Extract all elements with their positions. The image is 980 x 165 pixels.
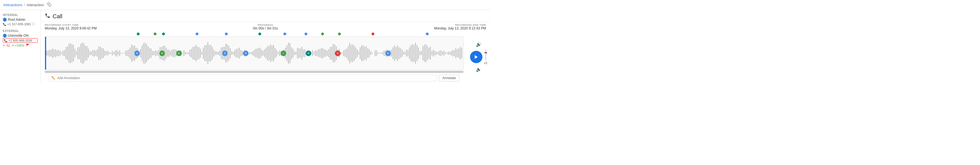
internal-user-row: 👤 Root Admin xyxy=(3,18,38,22)
recording-info: RECORDING START TIME Monday, July 13, 20… xyxy=(41,22,490,31)
playback-row: x1 xyxy=(470,49,487,64)
score-positive: ⊕ +100% xyxy=(12,44,24,47)
waveform-marker[interactable]: R xyxy=(134,50,140,56)
pencil-icon: ✏️ xyxy=(51,76,56,80)
call-phone-icon xyxy=(45,13,50,20)
call-title: Call xyxy=(52,13,62,20)
svg-rect-0 xyxy=(49,4,51,6)
waveform-marker[interactable]: R xyxy=(159,50,165,56)
annotation-input[interactable] xyxy=(57,76,434,80)
timeline-dot xyxy=(225,33,228,35)
timeline-dot xyxy=(162,33,165,35)
waveform-marker[interactable]: R xyxy=(243,50,248,56)
annotate-button[interactable]: Annotate xyxy=(439,75,460,82)
waveform-scrollbar[interactable] xyxy=(45,71,463,73)
waveform-marker[interactable]: R xyxy=(385,50,391,56)
timeline-dot xyxy=(258,33,261,35)
annotation-row: ✏️ Annotate xyxy=(45,73,463,83)
waveform-controls-row: RRRRR✓RRR ✏️ Annotate 🔊 xyxy=(41,31,490,83)
external-user-name: Unionville ON xyxy=(8,34,29,38)
playback-slider-handle xyxy=(484,52,487,53)
timeline-dot xyxy=(283,33,286,35)
flag-icon: 🚩 xyxy=(26,44,30,47)
main-layout: INTERNAL 👤 Root Admin 📞 +1 317-939-1081 … xyxy=(0,10,490,83)
external-phone-row: 📞 +1 905-968-3336 xyxy=(3,38,38,42)
waveform-marker[interactable]: R xyxy=(222,50,228,56)
progress-value: 0m 00s / 3m 01s xyxy=(253,27,278,30)
svg-marker-1 xyxy=(475,55,478,59)
playback-speed-slider[interactable] xyxy=(485,49,486,61)
timeline-dot xyxy=(304,33,307,35)
volume-up-icon[interactable]: 🔊 xyxy=(476,42,482,47)
external-phone-number: +1 905-968-3336 xyxy=(8,39,32,42)
timeline-dot xyxy=(426,33,429,35)
progress-center: PROGRESS 0m 00s / 3m 01s xyxy=(253,24,278,30)
playback-position-bar xyxy=(45,37,46,69)
waveform-marker[interactable]: R xyxy=(305,50,311,56)
right-controls: 🔊 x1 🔉 xyxy=(468,31,490,83)
copy-icon-button[interactable] xyxy=(47,2,52,8)
internal-section: INTERNAL 👤 Root Admin 📞 +1 317-939-1081 … xyxy=(3,14,38,26)
waveform-marker[interactable]: ✓ xyxy=(281,50,286,56)
recording-start: RECORDING START TIME Monday, July 13, 20… xyxy=(45,24,97,30)
waveform-marker[interactable]: R xyxy=(335,50,340,56)
score-neg-icon: ⊖ xyxy=(3,44,5,47)
external-label: EXTERNAL xyxy=(3,30,38,33)
call-header: Call xyxy=(41,10,490,22)
timeline-dot xyxy=(338,33,341,35)
waveform-scrollbar-thumb[interactable] xyxy=(45,71,463,73)
dots-timeline-row xyxy=(45,31,463,36)
speed-indicator: x1 xyxy=(484,61,487,64)
progress-label: PROGRESS xyxy=(253,24,278,27)
info-icon[interactable]: ⓘ xyxy=(32,22,35,26)
play-button[interactable] xyxy=(470,51,482,63)
sidebar: INTERNAL 👤 Root Admin 📞 +1 317-939-1081 … xyxy=(0,10,41,83)
timeline-dot xyxy=(154,33,156,35)
content-area: Call RECORDING START TIME Monday, July 1… xyxy=(41,10,490,83)
timeline-dot xyxy=(321,33,324,35)
waveform-marker[interactable]: R xyxy=(176,50,182,56)
score-pos-icon: ⊕ xyxy=(12,44,14,47)
internal-user-name: Root Admin xyxy=(8,18,25,22)
internal-label: INTERNAL xyxy=(3,14,38,17)
volume-down-icon[interactable]: 🔉 xyxy=(476,67,482,72)
timeline-dot xyxy=(372,33,374,35)
score-neg-value: -52 xyxy=(6,44,10,47)
timeline-dot xyxy=(196,33,199,35)
recording-start-value: Monday, July 13, 2020 9:09:42 PM xyxy=(45,27,97,30)
external-section: EXTERNAL 👤 Unionville ON 📞 +1 905-968-33… xyxy=(3,30,38,47)
breadcrumb-current: Interaction xyxy=(27,3,44,7)
external-user-icon: 👤 xyxy=(3,34,7,38)
recording-end-value: Monday, July 13, 2020 9:12:43 PM xyxy=(434,27,486,30)
annotation-input-wrap[interactable]: ✏️ xyxy=(49,75,436,82)
recording-start-label: RECORDING START TIME xyxy=(45,24,97,27)
external-user-row: 👤 Unionville ON xyxy=(3,34,38,38)
recording-end-label: RECORDING END TIME xyxy=(434,24,486,27)
external-phone-icon: 📞 xyxy=(4,39,7,42)
waveform-area[interactable]: RRRRR✓RRR xyxy=(45,36,463,70)
score-negative: ⊖ -52 xyxy=(3,44,10,47)
breadcrumb-interactions-link[interactable]: Interactions xyxy=(3,3,22,7)
internal-user-icon: 👤 xyxy=(3,18,7,22)
breadcrumb-separator: / xyxy=(24,3,25,7)
score-pos-value: +100% xyxy=(14,44,24,47)
score-row: ⊖ -52 ⊕ +100% 🚩 xyxy=(3,44,38,47)
waveform-container: RRRRR✓RRR ✏️ Annotate xyxy=(41,31,468,83)
timeline-dot xyxy=(137,33,140,35)
internal-phone-icon: 📞 xyxy=(3,23,6,26)
top-nav: Interactions / Interaction xyxy=(0,0,490,10)
internal-phone-row: 📞 +1 317-939-1081 ⓘ xyxy=(3,22,38,26)
internal-phone-number: +1 317-939-1081 xyxy=(7,22,31,26)
recording-end: RECORDING END TIME Monday, July 13, 2020… xyxy=(434,24,486,30)
